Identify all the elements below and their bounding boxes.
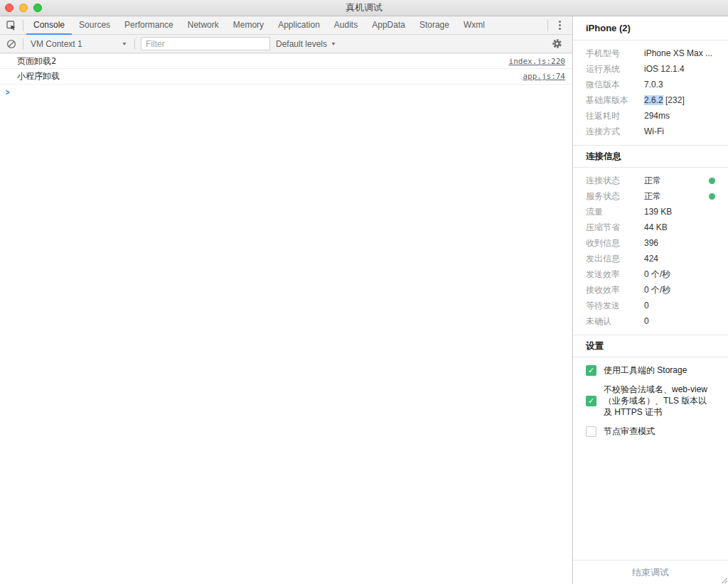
- zoom-window-button[interactable]: [33, 4, 42, 12]
- more-options-kebab-icon[interactable]: [551, 17, 568, 34]
- chevron-down-icon: ▼: [122, 40, 127, 46]
- info-row: 等待发送 0: [573, 298, 728, 313]
- chevron-down-icon: ▼: [331, 40, 336, 46]
- tab-sources[interactable]: Sources: [72, 16, 117, 35]
- info-row: 微信版本 7.0.3: [573, 77, 728, 92]
- log-levels-label: Default levels: [276, 39, 327, 49]
- tab-application[interactable]: Application: [271, 16, 327, 35]
- divider: [23, 38, 23, 50]
- checkbox-checked-icon[interactable]: ✓: [586, 396, 596, 406]
- divider: [23, 20, 23, 31]
- info-row: 发出信息 424: [573, 251, 728, 266]
- console-message-text: 小程序卸载: [17, 70, 60, 82]
- titlebar: 真机调试: [0, 0, 728, 16]
- traffic-lights: [5, 4, 42, 12]
- console-message: 小程序卸载 app.js:74: [0, 69, 572, 85]
- console-settings-gear-icon[interactable]: [548, 36, 565, 53]
- devtools-tabbar: Console Sources Performance Network Memo…: [0, 16, 572, 35]
- info-row: 接收效率 0 个/秒: [573, 282, 728, 298]
- prompt-chevron-icon: >: [6, 87, 10, 97]
- tab-appdata[interactable]: AppData: [365, 16, 412, 35]
- device-title: iPhone (2): [573, 16, 728, 40]
- devtools-panel: Console Sources Performance Network Memo…: [0, 16, 573, 584]
- device-info-list: 手机型号 iPhone XS Max ... 运行系统 iOS 12.1.4 微…: [573, 40, 728, 145]
- status-ok-dot: [709, 178, 715, 184]
- info-row: 往返耗时 294ms: [573, 108, 728, 124]
- end-debug-button[interactable]: 结束调试: [632, 566, 669, 579]
- checkbox-unchecked-icon[interactable]: [586, 426, 596, 437]
- console-prompt[interactable]: >: [0, 85, 572, 99]
- tab-wxml[interactable]: Wxml: [456, 16, 492, 35]
- tab-performance[interactable]: Performance: [117, 16, 181, 35]
- info-row: 运行系统 iOS 12.1.4: [573, 61, 728, 77]
- info-row: 基础库版本 2.6.2 [232]: [573, 92, 728, 108]
- tab-audits[interactable]: Audits: [327, 16, 365, 35]
- info-row: 流量 139 KB: [573, 204, 728, 220]
- info-row: 压缩节省 44 KB: [573, 220, 728, 235]
- divider: [547, 20, 548, 31]
- window-title: 真机调试: [0, 1, 728, 14]
- filter-input[interactable]: [141, 37, 270, 50]
- info-row: 收到信息 396: [573, 235, 728, 251]
- minimize-window-button[interactable]: [19, 4, 28, 12]
- console-message: 页面卸载2 index.js:220: [0, 53, 572, 69]
- info-row: 服务状态 正常: [573, 188, 728, 204]
- console-toolbar: VM Context 1 ▼ Default levels ▼: [0, 35, 572, 53]
- execution-context-selector[interactable]: VM Context 1 ▼: [26, 39, 132, 49]
- status-ok-dot: [709, 193, 715, 200]
- context-label: VM Context 1: [31, 39, 82, 49]
- info-row: 发送效率 0 个/秒: [573, 266, 728, 282]
- connection-info-list: 连接状态 正常 服务状态 正常 流量 139 KB 压缩节省 44 KB: [573, 168, 728, 335]
- device-panel: iPhone (2) 手机型号 iPhone XS Max ... 运行系统 i…: [573, 16, 728, 584]
- console-log: 页面卸载2 index.js:220 小程序卸载 app.js:74 >: [0, 53, 572, 584]
- setting-checkbox-row[interactable]: 节点审查模式: [586, 426, 715, 437]
- tab-memory[interactable]: Memory: [226, 16, 271, 35]
- panel-footer: 结束调试: [573, 560, 728, 584]
- close-window-button[interactable]: [5, 4, 14, 12]
- remote-debug-window: 真机调试 Console Sources Performance Network…: [0, 0, 728, 584]
- tab-network[interactable]: Network: [181, 16, 226, 35]
- info-row: 手机型号 iPhone XS Max ...: [573, 45, 728, 61]
- inspect-element-icon[interactable]: [3, 17, 20, 34]
- settings-list: ✓ 使用工具端的 Storage ✓ 不校验合法域名、web-view（业务域名…: [573, 357, 728, 437]
- tab-console[interactable]: Console: [26, 16, 72, 35]
- info-row: 连接状态 正常: [573, 173, 728, 188]
- tab-storage[interactable]: Storage: [412, 16, 456, 35]
- window-resize-grip[interactable]: [722, 578, 727, 583]
- checkbox-checked-icon[interactable]: ✓: [586, 365, 596, 376]
- setting-checkbox-row[interactable]: ✓ 使用工具端的 Storage: [586, 364, 715, 376]
- log-levels-dropdown[interactable]: Default levels ▼: [276, 39, 336, 49]
- highlighted-version: 2.6.2: [644, 95, 663, 105]
- source-link[interactable]: index.js:220: [509, 57, 565, 66]
- info-row: 连接方式 Wi-Fi: [573, 124, 728, 139]
- setting-checkbox-row[interactable]: ✓ 不校验合法域名、web-view（业务域名）、TLS 版本以及 HTTPS …: [586, 384, 715, 418]
- console-message-text: 页面卸载2: [17, 55, 56, 67]
- info-row: 未确认 0: [573, 313, 728, 329]
- clear-console-icon[interactable]: [3, 36, 20, 53]
- divider: [134, 38, 135, 50]
- source-link[interactable]: app.js:74: [523, 72, 565, 81]
- connection-section-title: 连接信息: [573, 145, 728, 168]
- settings-section-title: 设置: [573, 335, 728, 357]
